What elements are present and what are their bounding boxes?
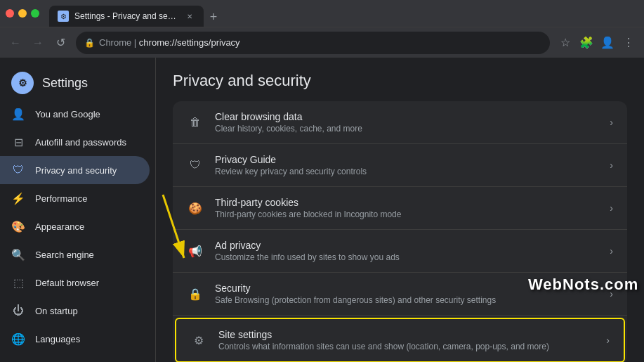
sidebar-item-default-browser[interactable]: ⬚ Default browser: [0, 269, 150, 297]
globe-icon: 🌐: [11, 332, 25, 346]
sidebar-item-search-engine[interactable]: 🔍 Search engine: [0, 240, 150, 269]
third-party-cookies-row[interactable]: 🍪 Third-party cookies Third-party cookie…: [173, 187, 627, 230]
chevron-right-icon: ›: [610, 117, 613, 128]
tab-favicon: ⚙: [58, 11, 69, 22]
appearance-icon: 🎨: [11, 219, 25, 233]
settings-logo: ⚙: [11, 72, 34, 94]
chevron-right-icon: ›: [610, 160, 613, 171]
clear-browsing-row[interactable]: 🗑 Clear browsing data Clear history, coo…: [173, 101, 627, 144]
minimize-button[interactable]: [18, 9, 27, 18]
row-desc: Third-party cookies are blocked in Incog…: [215, 209, 598, 219]
row-text: Clear browsing data Clear history, cooki…: [215, 111, 598, 134]
trash-icon: 🗑: [187, 114, 204, 131]
toolbar: ← → ↺ 🔒 Chrome | chrome://settings/priva…: [0, 27, 644, 58]
traffic-lights: [6, 9, 39, 18]
lock-icon: 🔒: [187, 285, 204, 302]
sidebar-label: Appearance: [35, 221, 84, 232]
row-title: Site settings: [218, 329, 595, 340]
row-desc: Controls what information sites can use …: [218, 342, 595, 351]
page-heading: Privacy and security: [173, 72, 627, 90]
privacy-guide-row[interactable]: 🛡 Privacy Guide Review key privacy and s…: [173, 144, 627, 187]
address-text: Chrome | chrome://settings/privacy: [99, 37, 541, 48]
chevron-right-icon: ›: [610, 202, 613, 214]
browser-icon: ⬚: [11, 276, 25, 290]
search-icon: 🔍: [11, 247, 25, 261]
startup-icon: ⏻: [11, 304, 25, 318]
site-settings-row[interactable]: ⚙ Site settings Controls what informatio…: [175, 318, 625, 362]
sidebar: ⚙ Settings 👤 You and Google ⊟ Autofill a…: [0, 58, 156, 362]
row-title: Third-party cookies: [215, 197, 598, 208]
row-desc: Customize the info used by sites to show…: [215, 252, 598, 262]
sidebar-label: Autofill and passwords: [35, 137, 126, 148]
shield-icon: 🛡: [11, 163, 25, 177]
bookmark-button[interactable]: ☆: [556, 33, 575, 53]
ad-icon: 📢: [187, 243, 204, 259]
performance-icon: ⚡: [11, 191, 25, 205]
sidebar-label: You and Google: [35, 109, 100, 119]
sidebar-item-performance[interactable]: ⚡ Performance: [0, 184, 150, 212]
profile-button[interactable]: 👤: [598, 33, 617, 53]
reload-button[interactable]: ↺: [51, 33, 70, 53]
row-desc: Review key privacy and security controls: [215, 167, 598, 176]
row-desc: Safe Browsing (protection from dangerous…: [215, 295, 598, 305]
new-tab-button[interactable]: +: [204, 7, 223, 27]
row-text: Site settings Controls what information …: [218, 329, 595, 351]
sidebar-label: Privacy and security: [35, 165, 117, 176]
settings-page-title: Settings: [42, 76, 88, 91]
active-tab[interactable]: ⚙ Settings - Privacy and securi... ✕: [49, 6, 204, 27]
sliders-icon: ⚙: [190, 332, 207, 349]
forward-button[interactable]: →: [28, 33, 48, 53]
row-text: Security Safe Browsing (protection from …: [215, 283, 598, 305]
row-text: Privacy Guide Review key privacy and sec…: [215, 154, 598, 176]
content-area: Privacy and security WebNots.com 🗑 Clear…: [156, 58, 644, 362]
sidebar-item-appearance[interactable]: 🎨 Appearance: [0, 212, 150, 240]
tab-title: Settings - Privacy and securi...: [74, 11, 178, 21]
close-button[interactable]: [6, 9, 14, 18]
lock-icon: 🔒: [84, 38, 95, 48]
menu-button[interactable]: ⋮: [619, 33, 638, 53]
row-desc: Clear history, cookies, cache, and more: [215, 124, 598, 134]
main-content: ⚙ Settings 👤 You and Google ⊟ Autofill a…: [0, 58, 644, 362]
sidebar-label: Languages: [35, 334, 80, 344]
settings-header: ⚙ Settings: [0, 63, 155, 100]
row-title: Privacy Guide: [215, 154, 598, 165]
ad-privacy-row[interactable]: 📢 Ad privacy Customize the info used by …: [173, 230, 627, 273]
shield-icon: 🛡: [187, 157, 204, 174]
sidebar-item-you-and-google[interactable]: 👤 You and Google: [0, 100, 150, 128]
sidebar-item-downloads[interactable]: ⬇ Downloads: [0, 353, 150, 362]
sidebar-label: Search engine: [35, 250, 94, 260]
row-title: Security: [215, 283, 598, 294]
row-title: Ad privacy: [215, 240, 598, 251]
address-bar[interactable]: 🔒 Chrome | chrome://settings/privacy: [76, 32, 550, 54]
tab-area: ⚙ Settings - Privacy and securi... ✕ +: [49, 0, 223, 27]
row-text: Third-party cookies Third-party cookies …: [215, 197, 598, 219]
row-title: Clear browsing data: [215, 111, 598, 122]
sidebar-item-privacy[interactable]: 🛡 Privacy and security: [0, 156, 150, 184]
maximize-button[interactable]: [31, 9, 39, 18]
chevron-right-icon: ›: [610, 288, 613, 299]
back-button[interactable]: ←: [6, 33, 25, 53]
chevron-right-icon: ›: [610, 245, 613, 257]
sidebar-label: Default browser: [35, 278, 99, 288]
sidebar-item-on-startup[interactable]: ⏻ On startup: [0, 297, 150, 325]
chevron-right-icon: ›: [606, 335, 610, 346]
tab-close-button[interactable]: ✕: [184, 11, 195, 22]
extensions-button[interactable]: 🧩: [577, 33, 596, 53]
sidebar-label: On startup: [35, 306, 78, 316]
person-icon: 👤: [11, 107, 25, 121]
toolbar-actions: ☆ 🧩 👤 ⋮: [556, 33, 638, 53]
settings-list: 🗑 Clear browsing data Clear history, coo…: [173, 101, 627, 362]
title-bar: ⚙ Settings - Privacy and securi... ✕ +: [0, 0, 644, 27]
security-row[interactable]: 🔒 Security Safe Browsing (protection fro…: [173, 273, 627, 316]
sidebar-label: Performance: [35, 193, 87, 204]
sidebar-item-autofill[interactable]: ⊟ Autofill and passwords: [0, 128, 150, 156]
sidebar-item-languages[interactable]: 🌐 Languages: [0, 325, 150, 353]
autofill-icon: ⊟: [11, 135, 25, 149]
cookie-icon: 🍪: [187, 200, 204, 216]
row-text: Ad privacy Customize the info used by si…: [215, 240, 598, 262]
